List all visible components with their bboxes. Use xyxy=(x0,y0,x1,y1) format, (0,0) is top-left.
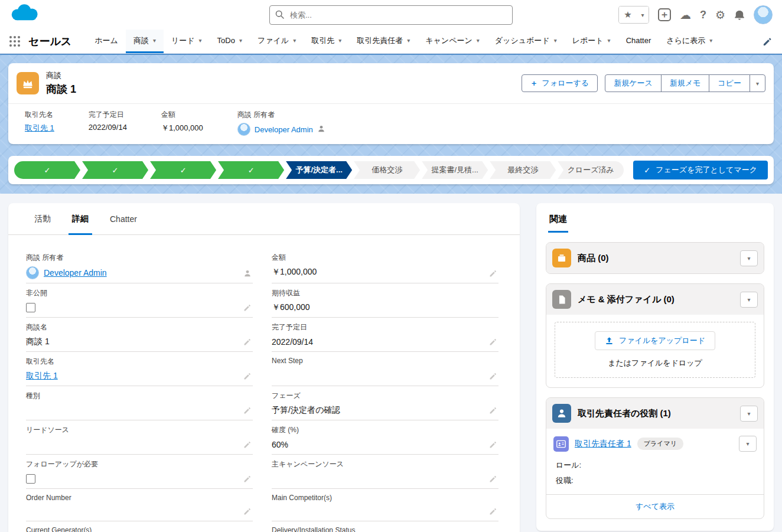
nav-tab-more[interactable]: さらに表示▾ xyxy=(659,30,720,53)
edit-pencil-icon[interactable] xyxy=(243,475,252,483)
nav-tab-files[interactable]: ファイル▾ xyxy=(250,30,304,53)
highlight-close-date: 完了予定日 2022/09/14 xyxy=(89,110,127,136)
new-case-button[interactable]: 新規ケース xyxy=(605,74,662,92)
notifications-bell-icon[interactable] xyxy=(734,9,745,21)
edit-pencil-icon[interactable] xyxy=(243,372,252,380)
tab-chatter[interactable]: Chatter xyxy=(99,203,148,234)
related-notes-header: メモ & 添付ファイル (0) ▾ xyxy=(546,284,764,315)
chevron-down-icon[interactable]: ▾ xyxy=(239,37,242,44)
new-note-button[interactable]: 新規メモ xyxy=(661,74,710,92)
more-actions-caret-icon[interactable]: ▾ xyxy=(750,74,765,92)
path-stage-negotiation[interactable]: 価格交渉 xyxy=(354,161,420,179)
file-drop-zone[interactable]: ファイルをアップロード またはファイルをドロップ xyxy=(555,322,755,378)
account-link[interactable]: 取引先 1 xyxy=(26,371,58,381)
mark-stage-complete-button[interactable]: ✓ フェーズを完了としてマーク xyxy=(633,161,768,179)
notes-menu-caret-icon[interactable]: ▾ xyxy=(740,292,758,308)
edit-pencil-icon[interactable] xyxy=(489,440,497,449)
setup-gear-icon[interactable]: ⚙ xyxy=(715,8,725,22)
nav-tab-dashboards[interactable]: ダッシュボード▾ xyxy=(487,30,565,53)
owner-link[interactable]: Developer Admin xyxy=(44,268,107,278)
edit-pencil-icon[interactable] xyxy=(489,406,497,414)
change-owner-icon[interactable] xyxy=(317,125,325,135)
edit-pencil-icon[interactable] xyxy=(489,269,497,278)
edit-pencil-icon[interactable] xyxy=(489,475,497,483)
chevron-down-icon[interactable]: ▾ xyxy=(199,37,202,44)
tab-activity[interactable]: 活動 xyxy=(24,203,61,234)
edit-pencil-icon[interactable] xyxy=(243,507,252,515)
nav-tab-home[interactable]: ホーム xyxy=(87,30,126,53)
detail-tabset: 活動 詳細 Chatter xyxy=(8,203,520,235)
field-opportunity-name: 商談名 商談 1 xyxy=(26,318,253,352)
record-highlights-card: 商談 商談 1 ＋フォローする 新規ケース 新規メモ コピー ▾ 取引先名 取引 xyxy=(8,63,774,144)
favorites-star-icon[interactable]: ★ xyxy=(619,6,637,23)
view-all-link[interactable]: すべて表示 xyxy=(636,502,675,511)
path-stage-3[interactable]: ✓ xyxy=(150,161,216,179)
path-stage-current[interactable]: 予算/決定者... xyxy=(286,161,352,179)
follow-button[interactable]: ＋フォローする xyxy=(522,74,598,92)
global-actions-icon[interactable]: ＋ xyxy=(658,8,671,21)
drop-files-hint: またはファイルをドロップ xyxy=(561,358,749,368)
related-products-card: 商品 (0) ▾ xyxy=(546,242,764,274)
related-contact-roles-title[interactable]: 取引先責任者の役割 (1) xyxy=(578,408,671,419)
change-owner-icon[interactable] xyxy=(243,269,252,278)
check-icon: ✓ xyxy=(180,166,187,175)
products-icon xyxy=(552,249,571,267)
path-stage-final[interactable]: 最終交渉 xyxy=(490,161,556,179)
edit-pencil-icon[interactable] xyxy=(243,440,252,449)
guidance-cloud-icon[interactable]: ☁ xyxy=(680,8,691,22)
search-input[interactable] xyxy=(269,5,513,25)
contact-roles-menu-caret-icon[interactable]: ▾ xyxy=(740,406,758,422)
chevron-down-icon[interactable]: ▾ xyxy=(709,37,712,44)
tab-details[interactable]: 詳細 xyxy=(61,203,99,234)
path-stage-1[interactable]: ✓ xyxy=(14,161,80,179)
clone-button[interactable]: コピー xyxy=(709,74,750,92)
contact-link[interactable]: 取引先責任者 1 xyxy=(575,439,631,449)
chevron-down-icon[interactable]: ▾ xyxy=(153,37,156,44)
path-stage-2[interactable]: ✓ xyxy=(82,161,148,179)
path-stage-proposal[interactable]: 提案書/見積... xyxy=(422,161,488,179)
chevron-down-icon[interactable]: ▾ xyxy=(554,37,557,44)
nav-tab-opportunities[interactable]: 商談▾ xyxy=(126,30,164,53)
chevron-down-icon[interactable]: ▾ xyxy=(608,37,611,44)
app-launcher-icon[interactable] xyxy=(9,36,20,47)
contact-row-caret-icon[interactable]: ▾ xyxy=(739,436,757,452)
nav-tab-tasks[interactable]: ToDo▾ xyxy=(210,30,250,53)
edit-pencil-icon[interactable] xyxy=(243,303,252,312)
edit-pencil-icon[interactable] xyxy=(489,338,497,346)
path-stages: ✓ ✓ ✓ ✓ 予算/決定者... 価格交渉 提案書/見積... 最終交渉 クロ… xyxy=(14,161,624,179)
edit-navigation-pencil-icon[interactable] xyxy=(763,37,773,47)
chevron-down-icon[interactable]: ▾ xyxy=(407,37,410,44)
favorites-caret-icon[interactable]: ▾ xyxy=(637,6,649,23)
edit-pencil-icon[interactable] xyxy=(243,406,252,414)
followup-checkbox[interactable] xyxy=(26,474,35,484)
field-type: 種別 xyxy=(26,386,253,420)
path-stage-closed[interactable]: クローズ済み xyxy=(558,161,624,179)
user-avatar[interactable] xyxy=(754,5,773,24)
tab-related[interactable]: 関連 xyxy=(548,211,568,233)
nav-tab-contacts[interactable]: 取引先責任者▾ xyxy=(349,30,418,53)
nav-tab-leads[interactable]: リード▾ xyxy=(164,30,210,53)
nav-tab-reports[interactable]: レポート▾ xyxy=(565,30,618,53)
favorites-button-group: ★ ▾ xyxy=(618,6,649,24)
role-label: ロール: xyxy=(556,460,754,471)
help-icon[interactable]: ? xyxy=(700,9,706,21)
private-checkbox[interactable] xyxy=(26,303,35,312)
chevron-down-icon[interactable]: ▾ xyxy=(477,37,480,44)
edit-pencil-icon[interactable] xyxy=(489,507,497,515)
related-products-title[interactable]: 商品 (0) xyxy=(578,253,609,264)
nav-tab-accounts[interactable]: 取引先▾ xyxy=(304,30,349,53)
nav-tab-chatter[interactable]: Chatter xyxy=(618,30,659,53)
path-stage-4[interactable]: ✓ xyxy=(218,161,284,179)
owner-link[interactable]: Developer Admin xyxy=(255,125,313,134)
upload-files-button[interactable]: ファイルをアップロード xyxy=(595,331,715,350)
products-menu-caret-icon[interactable]: ▾ xyxy=(740,250,758,266)
edit-pencil-icon[interactable] xyxy=(243,338,252,346)
chevron-down-icon[interactable]: ▾ xyxy=(293,37,296,44)
record-action-group: 新規ケース 新規メモ コピー ▾ xyxy=(605,74,765,92)
opportunity-crown-icon xyxy=(17,72,39,94)
related-notes-title[interactable]: メモ & 添付ファイル (0) xyxy=(578,294,675,305)
nav-tab-campaigns[interactable]: キャンペーン▾ xyxy=(418,30,487,53)
edit-pencil-icon[interactable] xyxy=(489,372,497,380)
account-link[interactable]: 取引先 1 xyxy=(25,123,54,133)
chevron-down-icon[interactable]: ▾ xyxy=(338,37,341,44)
